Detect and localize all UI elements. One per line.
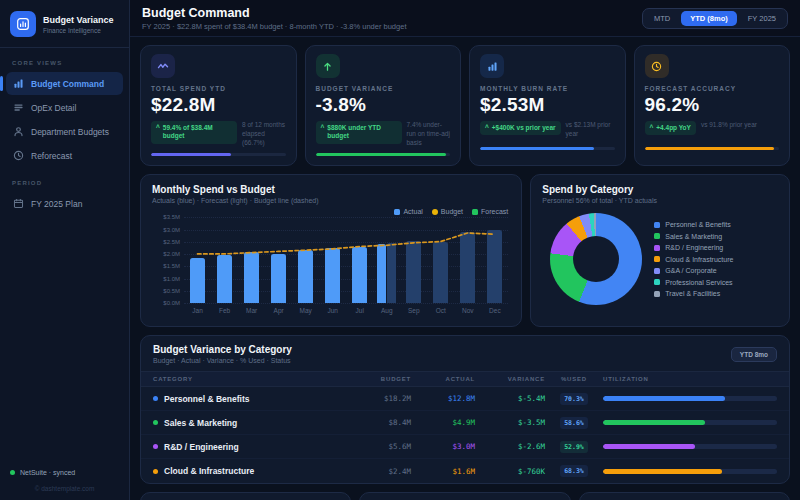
- x-tick-label: Feb: [211, 307, 238, 314]
- kpi-progress-track: [316, 153, 451, 156]
- actual-bar-aug: [377, 244, 386, 303]
- sidebar-nav: CORE VIEWSBudget CommandOpEx DetailDepar…: [0, 48, 129, 216]
- forecast-bar-dec: [487, 230, 502, 304]
- bar-slot-dec: [481, 217, 508, 303]
- range-button-ytd-8mo[interactable]: YTD (8mo): [681, 11, 737, 26]
- clock-icon: [13, 150, 24, 161]
- sidebar-item-budget-command[interactable]: Budget Command: [6, 72, 123, 95]
- legend-item-actual: Actual: [394, 208, 422, 215]
- clock-icon: [645, 54, 669, 78]
- table-row-cloud-infrastructure[interactable]: Cloud & Infrastructure$2.4M$1.6M$-760K68…: [141, 459, 789, 483]
- y-tick-label: $3.0M: [152, 227, 180, 233]
- legend-swatch: [394, 209, 400, 215]
- kpi-value: $2.53M: [480, 94, 615, 116]
- y-tick-label: $3.5M: [152, 214, 180, 220]
- table-row-r-d-engineering[interactable]: R&D / Engineering$5.6M$3.0M$-2.6M52.9%: [141, 435, 789, 459]
- used-badge: 70.3%: [560, 393, 588, 405]
- bar-slot-jun: [319, 217, 346, 303]
- quick-card-department-budgets[interactable]: Department Budgets9 departments · Engine…: [359, 492, 570, 500]
- y-tick-label: $2.0M: [152, 251, 180, 257]
- column-header-category: CATEGORY: [153, 376, 349, 382]
- forecast-bar-sep: [406, 241, 421, 304]
- column-header-actual: ACTUAL: [417, 376, 475, 382]
- utilization-track: [603, 396, 777, 401]
- bar-series: [184, 217, 508, 303]
- legend-swatch: [654, 222, 660, 228]
- range-button-fy-2025[interactable]: FY 2025: [739, 11, 785, 26]
- sidebar-item-label: FY 2025 Plan: [31, 199, 82, 209]
- calendar-icon: [13, 198, 24, 209]
- x-tick-label: Aug: [373, 307, 400, 314]
- bar-slot-nov: [454, 217, 481, 303]
- sidebar-item-reforecast[interactable]: Reforecast: [6, 144, 123, 167]
- sidebar-item-fy-2025-plan[interactable]: FY 2025 Plan: [6, 192, 123, 215]
- app-logo: Budget Variance Finance Intelligence: [0, 0, 129, 48]
- variance-cell: $-5.4M: [481, 394, 545, 403]
- actual-bar-jan: [190, 258, 205, 303]
- logo-chart-icon: [10, 11, 36, 37]
- used-badge: 58.6%: [560, 417, 588, 429]
- utilization-track: [603, 444, 777, 449]
- legend-swatch: [432, 209, 438, 215]
- x-tick-label: Oct: [427, 307, 454, 314]
- y-tick-label: $0.0M: [152, 300, 180, 306]
- kpi-delta-badge: ^$880K under YTD budget: [316, 121, 402, 144]
- sidebar-item-label: Department Budgets: [31, 127, 109, 137]
- kpi-card-budget-variance: BUDGET VARIANCE-3.8%^$880K under YTD bud…: [305, 45, 462, 166]
- bar-slot-may: [292, 217, 319, 303]
- category-cell: Cloud & Infrastructure: [153, 466, 349, 476]
- table-row-personnel-benefits[interactable]: Personnel & Benefits$18.2M$12.8M$-5.4M70…: [141, 387, 789, 411]
- kpi-delta-badge: ^59.4% of $38.4M budget: [151, 121, 237, 144]
- kpi-delta-badge: ^+4.4pp YoY: [645, 121, 696, 135]
- utilization-fill: [603, 444, 695, 449]
- actual-bar-jun: [325, 248, 340, 303]
- sidebar-item-label: Budget Command: [31, 79, 104, 89]
- caret-up-icon: ^: [485, 124, 489, 132]
- app-window: Budget Variance Finance Intelligence COR…: [0, 0, 800, 500]
- kpi-label: MONTHLY BURN RATE: [480, 85, 615, 92]
- used-badge: 68.3%: [560, 465, 588, 477]
- sidebar-item-opex-detail[interactable]: OpEx Detail: [6, 96, 123, 119]
- table-body: Personnel & Benefits$18.2M$12.8M$-5.4M70…: [141, 387, 789, 483]
- budget-cell: $5.6M: [355, 442, 411, 451]
- table-row-sales-marketing[interactable]: Sales & Marketing$8.4M$4.9M$-3.5M58.6%: [141, 411, 789, 435]
- y-tick-label: $0.5M: [152, 288, 180, 294]
- donut-legend-item-r-d-engineering: R&D / Engineering: [654, 244, 733, 251]
- kpi-value: -3.8%: [316, 94, 451, 116]
- column-header-used: %USED: [551, 376, 597, 382]
- monthly-spend-chart-card: Monthly Spend vs Budget Actuals (blue) ·…: [140, 174, 522, 327]
- category-cell: Sales & Marketing: [153, 418, 349, 428]
- charts-row: Monthly Spend vs Budget Actuals (blue) ·…: [140, 174, 790, 327]
- actual-bar-may: [298, 250, 313, 303]
- quick-card-opex-detail[interactable]: OpEx Detail7 categories · Personnel 56% …: [140, 492, 351, 500]
- quick-card-reforecast[interactable]: ReforecastBase $38.4M · Conservative $36…: [579, 492, 790, 500]
- budget-cell: $8.4M: [355, 418, 411, 427]
- category-cell: R&D / Engineering: [153, 442, 349, 452]
- bar-slot-aug: [373, 217, 400, 303]
- bar-slot-apr: [265, 217, 292, 303]
- budget-cell: $18.2M: [355, 394, 411, 403]
- sync-status-label: NetSuite · synced: [20, 469, 75, 476]
- table-subtitle: Budget · Actual · Variance · % Used · St…: [153, 357, 292, 364]
- legend-item-forecast: Forecast: [472, 208, 508, 215]
- donut-chart: [550, 213, 642, 305]
- bar-slot-jul: [346, 217, 373, 303]
- category-cell: Personnel & Benefits: [153, 394, 349, 404]
- kpi-caption: 7.4% under-run on time-adj basis: [407, 121, 451, 147]
- utilization-track: [603, 469, 777, 474]
- legend-swatch: [654, 268, 660, 274]
- legend-item-budget: Budget: [432, 208, 463, 215]
- legend-swatch: [654, 233, 660, 239]
- category-dot: [153, 420, 158, 425]
- x-tick-label: Jun: [319, 307, 346, 314]
- kpi-card-monthly-burn-rate: MONTHLY BURN RATE$2.53M^+$400K vs prior …: [469, 45, 626, 166]
- category-dot: [153, 444, 158, 449]
- kpi-caption: vs $2.13M prior year: [566, 121, 615, 139]
- range-button-mtd[interactable]: MTD: [645, 11, 679, 26]
- period-segmented-control: MTDYTD (8mo)FY 2025: [642, 8, 788, 29]
- donut-legend-item-g-a-corporate: G&A / Corporate: [654, 267, 733, 274]
- utilization-fill: [603, 420, 705, 425]
- sidebar-item-department-budgets[interactable]: Department Budgets: [6, 120, 123, 143]
- sidebar: Budget Variance Finance Intelligence COR…: [0, 0, 130, 500]
- legend-swatch: [472, 209, 478, 215]
